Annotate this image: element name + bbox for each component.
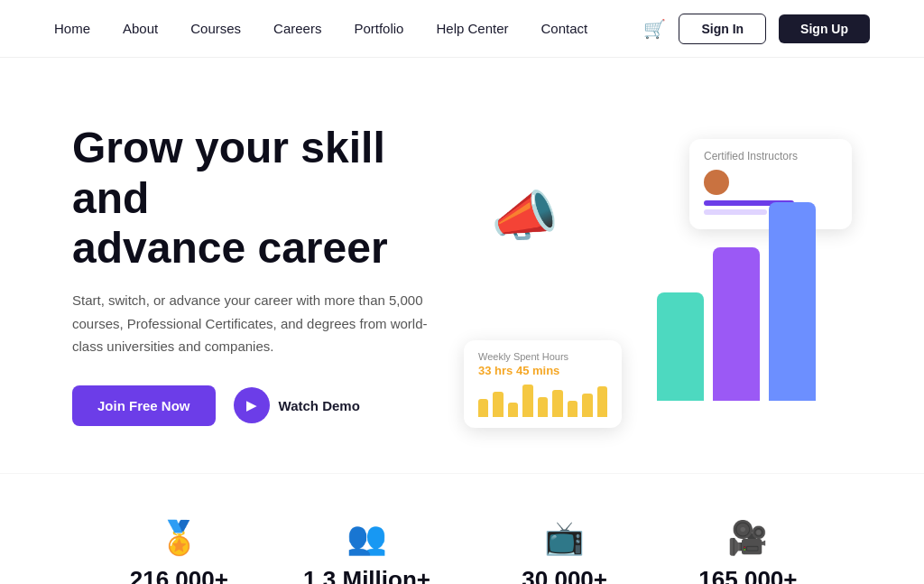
enrolments-count: 1.3 Million+ — [303, 566, 430, 584]
mini-bar-8 — [582, 394, 592, 417]
cart-icon[interactable]: 🛒 — [643, 18, 666, 40]
nav-links: Home About Courses Careers Portfolio Hel… — [54, 21, 587, 36]
signin-button[interactable]: Sign In — [679, 14, 766, 44]
hero-buttons: Join Free Now ▶ Watch Demo — [72, 385, 437, 426]
certified-card-title: Certified Instructors — [704, 150, 837, 162]
mini-bar-7 — [568, 401, 578, 417]
mini-bar-5 — [538, 397, 548, 417]
watch-demo-label: Watch Demo — [279, 398, 360, 413]
courses-count: 30,000+ — [503, 566, 626, 584]
nav-portfolio[interactable]: Portfolio — [354, 21, 403, 36]
hero-section: Grow your skill and advance career Start… — [0, 58, 924, 473]
stats-section: 🏅 216,000+ Qualified Instructors 👥 1.3 M… — [0, 473, 924, 584]
join-free-button[interactable]: Join Free Now — [72, 385, 216, 426]
instructors-icon: 🏅 — [127, 519, 232, 557]
bar-blue — [769, 202, 816, 401]
enrolments-icon: 👥 — [303, 519, 430, 557]
mini-bar-3 — [508, 403, 518, 417]
stat-courses: 📺 30,000+ Course in 30 languages — [503, 519, 626, 584]
mini-bar-1 — [478, 399, 488, 417]
nav-actions: 🛒 Sign In Sign Up — [643, 14, 870, 44]
weekly-card-title: Weekly Spent Hours — [478, 351, 607, 362]
watch-demo-button[interactable]: ▶ Watch Demo — [234, 387, 360, 423]
instructors-count: 216,000+ — [127, 566, 232, 584]
weekly-mini-bars — [478, 385, 607, 417]
signup-button[interactable]: Sign Up — [779, 14, 870, 43]
navbar: Home About Courses Careers Portfolio Hel… — [0, 0, 924, 58]
courses-icon: 📺 — [503, 519, 626, 557]
nav-careers[interactable]: Careers — [273, 21, 321, 36]
play-icon: ▶ — [234, 387, 270, 423]
nav-help-center[interactable]: Help Center — [436, 21, 508, 36]
megaphone-icon: 📣 — [491, 184, 559, 248]
mini-bar-9 — [597, 386, 607, 417]
hero-content: Grow your skill and advance career Start… — [72, 123, 437, 425]
nav-contact[interactable]: Contact — [541, 21, 588, 36]
weekly-hours-value: 33 hrs 45 mins — [478, 364, 607, 377]
bar-chart — [657, 202, 816, 401]
stat-videos: 🎥 165,000+ Online Videos — [698, 519, 797, 584]
weekly-hours-card: Weekly Spent Hours 33 hrs 45 mins — [464, 340, 622, 428]
mini-bar-4 — [522, 385, 532, 417]
nav-home[interactable]: Home — [54, 21, 90, 36]
instructor-avatar — [704, 170, 729, 195]
videos-icon: 🎥 — [698, 519, 797, 557]
mini-bar-2 — [493, 392, 503, 417]
nav-courses[interactable]: Courses — [190, 21, 241, 36]
hero-description: Start, switch, or advance your career wi… — [72, 289, 437, 358]
bar-teal — [657, 292, 704, 401]
mini-bar-6 — [552, 390, 562, 417]
nav-about[interactable]: About — [123, 21, 158, 36]
hero-illustration: 📣 Certified Instructors Weekly Spent Hou… — [437, 112, 852, 437]
videos-count: 165,000+ — [698, 566, 797, 584]
stat-instructors: 🏅 216,000+ Qualified Instructors — [127, 519, 232, 584]
bar-violet — [713, 247, 760, 401]
hero-headline: Grow your skill and advance career — [72, 123, 437, 273]
stat-enrolments: 👥 1.3 Million+ Course enrolments — [303, 519, 430, 584]
